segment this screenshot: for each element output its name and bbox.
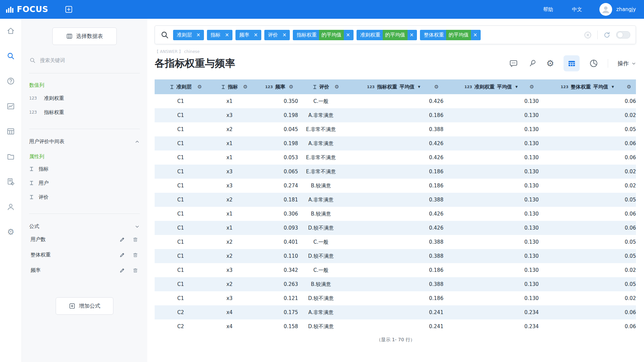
chip-close-icon[interactable]: ×: [280, 30, 290, 40]
table-cell: 0.186: [344, 165, 443, 179]
column-header-criteria-weight-avg[interactable]: 123 准则权重 平均值 ▼ ⚙: [443, 79, 539, 94]
column-settings-icon[interactable]: ⚙: [289, 84, 293, 89]
app-logo[interactable]: FOCUS: [5, 5, 48, 14]
search-chip[interactable]: 指标 ×: [207, 30, 233, 40]
table-cell: A.非常满意: [298, 108, 344, 122]
refresh-button[interactable]: [603, 31, 611, 39]
table-group-header[interactable]: 用户评价中间表: [29, 138, 140, 145]
table-cell: 0.186: [344, 291, 443, 305]
delete-formula-button[interactable]: [132, 236, 139, 243]
plus-square-icon: [69, 303, 75, 309]
table-cell: 0.110: [252, 249, 298, 263]
column-settings-icon[interactable]: ⚙: [243, 84, 248, 89]
table-header-row: 准则层 ⚙ 指标 ⚙: [155, 79, 636, 94]
rail-table-button[interactable]: [4, 125, 17, 138]
table-cell: 0.130: [443, 136, 539, 150]
chip-label: 整体权重: [420, 30, 446, 40]
search-chip[interactable]: 指标权重 的平均值 ×: [293, 30, 354, 40]
table-view-button[interactable]: [564, 55, 580, 71]
column-header-indicator[interactable]: 指标 ⚙: [207, 79, 252, 94]
table-cell: 0.130: [443, 122, 539, 136]
comment-button[interactable]: [509, 59, 518, 68]
search-chip[interactable]: 频率 ×: [235, 30, 261, 40]
table-cell: x1: [207, 207, 252, 221]
table-cell: 0.274: [252, 179, 298, 193]
chip-close-icon[interactable]: ×: [223, 30, 233, 40]
chip-close-icon[interactable]: ×: [194, 30, 204, 40]
rail-home-button[interactable]: [4, 24, 17, 38]
column-header-frequency[interactable]: 123 频率 ⚙: [252, 79, 298, 94]
delete-formula-button[interactable]: [132, 267, 139, 274]
home-icon: [6, 26, 15, 35]
chip-label: 准则权重: [357, 30, 383, 40]
edit-formula-button[interactable]: [119, 267, 125, 274]
pin-button[interactable]: [528, 59, 537, 68]
query-search-bar[interactable]: 准则层 × 指标 × 频率 × 评价 × 指标权重 的平均值 × 准则权重 的平…: [155, 25, 636, 44]
pin-icon: [528, 59, 537, 68]
formula-group-header[interactable]: 公式: [29, 223, 140, 230]
table-cell: 0.121: [252, 291, 298, 305]
formula-item[interactable]: 用户数: [31, 232, 139, 247]
numeric-column-item[interactable]: 123 准则权重: [29, 91, 140, 105]
clear-search-button[interactable]: [584, 31, 592, 39]
attribute-column-item[interactable]: 评价: [29, 190, 140, 204]
column-settings-icon[interactable]: ⚙: [627, 84, 631, 89]
table-cell: 0.05: [539, 122, 636, 136]
rail-settings-button[interactable]: ⚙: [4, 225, 17, 239]
formula-item[interactable]: 频率: [31, 262, 139, 278]
column-header-rating[interactable]: 评价 ⚙: [298, 79, 344, 94]
column-header-overall-weight-avg[interactable]: 123 整体权重 平均值 ▼ ⚙: [539, 79, 636, 94]
settings-button[interactable]: ⚙: [546, 59, 554, 68]
formula-item[interactable]: 整体权重: [31, 247, 139, 262]
rail-chart-button[interactable]: [4, 100, 17, 113]
chip-close-icon[interactable]: ×: [252, 30, 261, 40]
attribute-column-item[interactable]: 指标: [29, 162, 140, 176]
keyword-search-input[interactable]: [39, 57, 114, 64]
help-link[interactable]: 帮助: [543, 6, 553, 13]
chip-close-icon[interactable]: ×: [344, 30, 354, 40]
table-cell: 0.388: [344, 122, 443, 136]
table-row: C1 x3 0.198 A.非常满意 0.186 0.130 0.02: [155, 108, 636, 122]
new-tab-button[interactable]: [64, 5, 73, 14]
chip-close-icon[interactable]: ×: [471, 30, 481, 40]
table-cell: 0.388: [344, 277, 443, 291]
rail-help-button[interactable]: [4, 74, 17, 88]
column-label: 指标权重: [377, 84, 397, 90]
table-cell: x1: [207, 94, 252, 108]
actions-dropdown[interactable]: 操作: [618, 60, 636, 67]
search-chip[interactable]: 准则权重 的平均值 ×: [357, 30, 417, 40]
search-chip[interactable]: 评价 ×: [264, 30, 290, 40]
edit-formula-button[interactable]: [119, 252, 125, 258]
pie-view-button[interactable]: [589, 59, 598, 68]
rail-users-button[interactable]: [4, 200, 17, 214]
dropdown-arrow-icon[interactable]: ▼: [612, 85, 614, 88]
search-chip[interactable]: 整体权重 的平均值 ×: [420, 30, 481, 40]
select-table-button[interactable]: 选择数据表: [52, 27, 117, 45]
column-settings-icon[interactable]: ⚙: [530, 84, 534, 89]
column-settings-icon[interactable]: ⚙: [198, 84, 202, 89]
rail-template-button[interactable]: [4, 175, 17, 188]
column-header-indicator-weight-avg[interactable]: 123 指标权重 平均值 ▼ ⚙: [344, 79, 443, 94]
attribute-column-item[interactable]: 用户: [29, 176, 140, 190]
chip-close-icon[interactable]: ×: [408, 30, 417, 40]
shell: ⚙ 选择数据表 数值列 123 准则权重 123: [0, 19, 644, 362]
column-settings-icon[interactable]: ⚙: [334, 84, 339, 89]
language-link[interactable]: 中文: [572, 6, 582, 13]
auto-run-toggle[interactable]: [616, 31, 630, 39]
numeric-column-item[interactable]: 123 指标权重: [29, 105, 140, 119]
table-cell: D.较不满意: [298, 319, 344, 334]
table-row: C1 x3 0.274 B.较满意 0.186 0.130 0.02: [155, 179, 636, 193]
table-cell: 0.130: [443, 150, 539, 165]
column-settings-icon[interactable]: ⚙: [434, 84, 439, 89]
rail-folder-button[interactable]: [4, 150, 17, 163]
table-row: C1 x1 0.093 D.较不满意 0.426 0.130 0.06: [155, 221, 636, 235]
avatar[interactable]: [599, 3, 612, 16]
edit-formula-button[interactable]: [119, 236, 125, 243]
search-chip[interactable]: 准则层 ×: [173, 30, 204, 40]
delete-formula-button[interactable]: [132, 252, 139, 258]
column-header-criteria[interactable]: 准则层 ⚙: [155, 79, 207, 94]
add-formula-button[interactable]: 增加公式: [56, 297, 113, 315]
dropdown-arrow-icon[interactable]: ▼: [418, 85, 420, 88]
dropdown-arrow-icon[interactable]: ▼: [516, 85, 518, 88]
rail-search-button[interactable]: [4, 49, 17, 63]
